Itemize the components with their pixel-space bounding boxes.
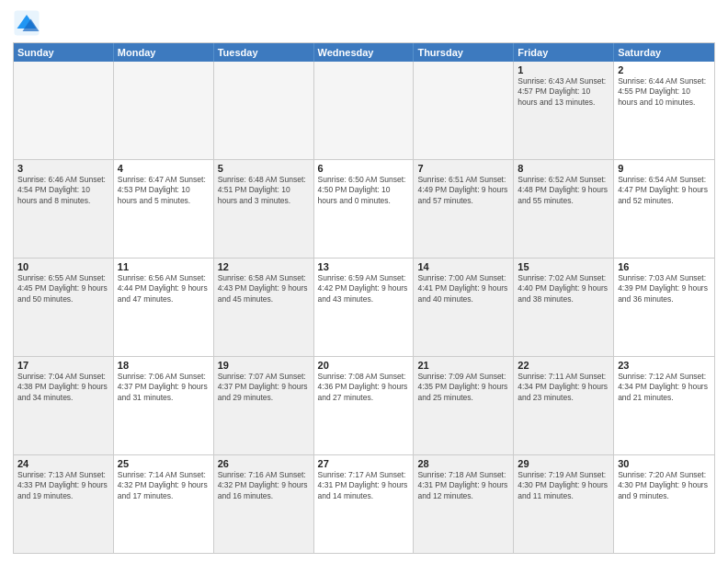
calendar-cell: 10Sunrise: 6:55 AM Sunset: 4:45 PM Dayli… — [14, 259, 114, 356]
day-info: Sunrise: 7:08 AM Sunset: 4:36 PM Dayligh… — [318, 372, 410, 403]
calendar-cell: 1Sunrise: 6:43 AM Sunset: 4:57 PM Daylig… — [514, 62, 614, 159]
day-number: 16 — [618, 261, 711, 272]
day-number: 28 — [417, 458, 509, 469]
day-info: Sunrise: 6:47 AM Sunset: 4:53 PM Dayligh… — [118, 175, 210, 206]
day-info: Sunrise: 7:06 AM Sunset: 4:37 PM Dayligh… — [118, 372, 210, 403]
calendar-cell: 21Sunrise: 7:09 AM Sunset: 4:35 PM Dayli… — [414, 357, 514, 454]
calendar-cell: 12Sunrise: 6:58 AM Sunset: 4:43 PM Dayli… — [214, 259, 314, 356]
calendar-cell — [14, 62, 114, 159]
calendar-cell — [114, 62, 214, 159]
logo-icon — [13, 9, 40, 37]
header-day-thursday: Thursday — [414, 43, 514, 62]
calendar-cell: 23Sunrise: 7:12 AM Sunset: 4:34 PM Dayli… — [614, 357, 714, 454]
day-info: Sunrise: 6:58 AM Sunset: 4:43 PM Dayligh… — [218, 273, 310, 304]
day-info: Sunrise: 7:20 AM Sunset: 4:30 PM Dayligh… — [618, 470, 711, 501]
calendar-cell: 27Sunrise: 7:17 AM Sunset: 4:31 PM Dayli… — [314, 455, 415, 553]
header-day-wednesday: Wednesday — [314, 43, 415, 62]
calendar-cell: 17Sunrise: 7:04 AM Sunset: 4:38 PM Dayli… — [14, 357, 114, 454]
day-number: 5 — [218, 163, 310, 174]
calendar-cell: 8Sunrise: 6:52 AM Sunset: 4:48 PM Daylig… — [514, 160, 614, 258]
day-number: 23 — [618, 360, 711, 371]
day-number: 17 — [17, 360, 109, 371]
day-number: 25 — [118, 458, 210, 469]
header-day-sunday: Sunday — [14, 43, 114, 62]
calendar-cell — [314, 62, 415, 159]
day-info: Sunrise: 6:46 AM Sunset: 4:54 PM Dayligh… — [17, 175, 109, 206]
calendar-cell: 30Sunrise: 7:20 AM Sunset: 4:30 PM Dayli… — [614, 455, 714, 553]
calendar-header: SundayMondayTuesdayWednesdayThursdayFrid… — [14, 43, 714, 62]
calendar-cell: 26Sunrise: 7:16 AM Sunset: 4:32 PM Dayli… — [214, 455, 314, 553]
calendar-cell: 11Sunrise: 6:56 AM Sunset: 4:44 PM Dayli… — [114, 259, 214, 356]
day-info: Sunrise: 7:00 AM Sunset: 4:41 PM Dayligh… — [417, 273, 509, 304]
day-number: 11 — [118, 261, 210, 272]
calendar-row-5: 24Sunrise: 7:13 AM Sunset: 4:33 PM Dayli… — [14, 454, 714, 553]
calendar-body: 1Sunrise: 6:43 AM Sunset: 4:57 PM Daylig… — [14, 62, 714, 553]
calendar-cell: 3Sunrise: 6:46 AM Sunset: 4:54 PM Daylig… — [14, 160, 114, 258]
calendar-cell: 4Sunrise: 6:47 AM Sunset: 4:53 PM Daylig… — [114, 160, 214, 258]
day-info: Sunrise: 6:52 AM Sunset: 4:48 PM Dayligh… — [518, 175, 609, 206]
calendar-cell: 9Sunrise: 6:54 AM Sunset: 4:47 PM Daylig… — [614, 160, 714, 258]
day-info: Sunrise: 7:12 AM Sunset: 4:34 PM Dayligh… — [618, 372, 711, 403]
logo — [13, 9, 44, 37]
calendar-cell: 6Sunrise: 6:50 AM Sunset: 4:50 PM Daylig… — [314, 160, 415, 258]
calendar-cell: 16Sunrise: 7:03 AM Sunset: 4:39 PM Dayli… — [614, 259, 714, 356]
day-info: Sunrise: 7:07 AM Sunset: 4:37 PM Dayligh… — [218, 372, 310, 403]
day-number: 6 — [318, 163, 410, 174]
day-info: Sunrise: 6:55 AM Sunset: 4:45 PM Dayligh… — [17, 273, 109, 304]
day-number: 30 — [618, 458, 711, 469]
day-number: 21 — [417, 360, 509, 371]
calendar-cell: 25Sunrise: 7:14 AM Sunset: 4:32 PM Dayli… — [114, 455, 214, 553]
day-info: Sunrise: 7:19 AM Sunset: 4:30 PM Dayligh… — [518, 470, 609, 501]
calendar-cell: 2Sunrise: 6:44 AM Sunset: 4:55 PM Daylig… — [614, 62, 714, 159]
calendar-cell: 5Sunrise: 6:48 AM Sunset: 4:51 PM Daylig… — [214, 160, 314, 258]
day-info: Sunrise: 6:56 AM Sunset: 4:44 PM Dayligh… — [118, 273, 210, 304]
calendar-cell: 7Sunrise: 6:51 AM Sunset: 4:49 PM Daylig… — [414, 160, 514, 258]
header-day-tuesday: Tuesday — [214, 43, 314, 62]
day-number: 7 — [417, 163, 509, 174]
page: SundayMondayTuesdayWednesdayThursdayFrid… — [0, 0, 728, 563]
calendar-row-4: 17Sunrise: 7:04 AM Sunset: 4:38 PM Dayli… — [14, 356, 714, 454]
day-number: 9 — [618, 163, 711, 174]
day-number: 19 — [218, 360, 310, 371]
day-number: 1 — [518, 64, 609, 75]
day-number: 2 — [618, 64, 711, 75]
day-number: 13 — [318, 261, 410, 272]
day-number: 26 — [218, 458, 310, 469]
day-info: Sunrise: 7:09 AM Sunset: 4:35 PM Dayligh… — [417, 372, 509, 403]
day-number: 12 — [218, 261, 310, 272]
day-number: 8 — [518, 163, 609, 174]
day-number: 14 — [417, 261, 509, 272]
day-number: 4 — [118, 163, 210, 174]
header-day-friday: Friday — [514, 43, 614, 62]
header-day-monday: Monday — [114, 43, 214, 62]
day-info: Sunrise: 7:17 AM Sunset: 4:31 PM Dayligh… — [318, 470, 410, 501]
day-info: Sunrise: 6:50 AM Sunset: 4:50 PM Dayligh… — [318, 175, 410, 206]
calendar-cell: 13Sunrise: 6:59 AM Sunset: 4:42 PM Dayli… — [314, 259, 415, 356]
calendar-cell: 14Sunrise: 7:00 AM Sunset: 4:41 PM Dayli… — [414, 259, 514, 356]
calendar-row-3: 10Sunrise: 6:55 AM Sunset: 4:45 PM Dayli… — [14, 258, 714, 356]
day-info: Sunrise: 7:04 AM Sunset: 4:38 PM Dayligh… — [17, 372, 109, 403]
day-number: 3 — [17, 163, 109, 174]
day-info: Sunrise: 6:54 AM Sunset: 4:47 PM Dayligh… — [618, 175, 711, 206]
header-day-saturday: Saturday — [614, 43, 714, 62]
calendar-row-1: 1Sunrise: 6:43 AM Sunset: 4:57 PM Daylig… — [14, 62, 714, 159]
day-info: Sunrise: 6:59 AM Sunset: 4:42 PM Dayligh… — [318, 273, 410, 304]
header — [13, 9, 715, 37]
day-info: Sunrise: 7:16 AM Sunset: 4:32 PM Dayligh… — [218, 470, 310, 501]
day-number: 10 — [17, 261, 109, 272]
calendar: SundayMondayTuesdayWednesdayThursdayFrid… — [13, 42, 715, 554]
day-number: 18 — [118, 360, 210, 371]
calendar-cell: 19Sunrise: 7:07 AM Sunset: 4:37 PM Dayli… — [214, 357, 314, 454]
calendar-cell: 29Sunrise: 7:19 AM Sunset: 4:30 PM Dayli… — [514, 455, 614, 553]
calendar-cell: 18Sunrise: 7:06 AM Sunset: 4:37 PM Dayli… — [114, 357, 214, 454]
calendar-cell: 15Sunrise: 7:02 AM Sunset: 4:40 PM Dayli… — [514, 259, 614, 356]
day-number: 29 — [518, 458, 609, 469]
day-info: Sunrise: 7:13 AM Sunset: 4:33 PM Dayligh… — [17, 470, 109, 501]
calendar-row-2: 3Sunrise: 6:46 AM Sunset: 4:54 PM Daylig… — [14, 159, 714, 258]
day-number: 20 — [318, 360, 410, 371]
calendar-cell: 22Sunrise: 7:11 AM Sunset: 4:34 PM Dayli… — [514, 357, 614, 454]
day-info: Sunrise: 7:03 AM Sunset: 4:39 PM Dayligh… — [618, 273, 711, 304]
calendar-cell: 28Sunrise: 7:18 AM Sunset: 4:31 PM Dayli… — [414, 455, 514, 553]
day-info: Sunrise: 6:43 AM Sunset: 4:57 PM Dayligh… — [518, 76, 609, 108]
day-info: Sunrise: 6:44 AM Sunset: 4:55 PM Dayligh… — [618, 76, 711, 108]
